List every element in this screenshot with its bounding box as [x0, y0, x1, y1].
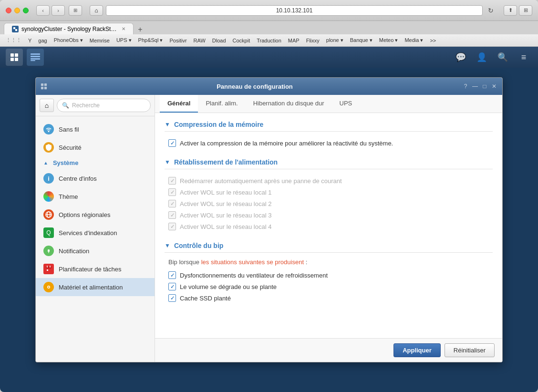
close-traffic-light[interactable]: [6, 8, 11, 13]
bookmark-gag[interactable]: gag: [36, 37, 49, 44]
bookmark-banque[interactable]: Banque: [348, 36, 374, 44]
bookmark-raw[interactable]: RAW: [192, 37, 207, 44]
dsm-taskbar: 💬 👤 🔍 ≡: [0, 47, 538, 68]
bookmark-dload[interactable]: Dload: [210, 37, 228, 44]
bookmark-cockpit[interactable]: Cockpit: [231, 37, 252, 44]
bookmark-phpsql[interactable]: Php&Sql: [136, 36, 165, 44]
svg-rect-13: [44, 87, 47, 89]
beep-row-2: Cache SSD planté: [168, 292, 493, 304]
svg-rect-8: [31, 58, 40, 60]
sidebar-item-theme[interactable]: Thème: [36, 187, 155, 206]
sidebar-item-indexation[interactable]: Q Services d'indexation: [36, 224, 155, 242]
dsm-shell: 💬 👤 🔍 ≡: [0, 47, 538, 392]
sidebar-label-indexation: Services d'indexation: [59, 229, 117, 237]
beep-label-0: Dysfonctionnements du ventilateur de ref…: [180, 272, 328, 279]
compression-checkbox-row: Activer la compression de la mémoire pou…: [168, 137, 493, 149]
user-icon[interactable]: 👤: [473, 49, 490, 66]
new-tab-plus-button[interactable]: +: [135, 25, 145, 34]
svg-rect-10: [41, 83, 43, 86]
sidebar: ⌂ 🔍 Recherche: [36, 95, 155, 362]
bookmark-y[interactable]: Y: [26, 37, 33, 44]
bookmark-positivr[interactable]: Positivr: [167, 37, 188, 44]
bookmark-media[interactable]: Media: [403, 36, 425, 44]
fullscreen-traffic-light[interactable]: [23, 8, 29, 13]
reset-button[interactable]: Réinitialiser: [445, 343, 495, 357]
beep-checkbox-2[interactable]: [168, 294, 176, 302]
power-toggle[interactable]: ▼: [165, 159, 170, 165]
svg-point-28: [48, 287, 50, 288]
sidebar-item-regional[interactable]: Options régionales: [36, 206, 155, 224]
beep-checkbox-0[interactable]: [168, 271, 176, 279]
browser-tab[interactable]: synologyCluster - Synology RackStation ✕: [4, 23, 134, 34]
power-checkbox-3: [168, 211, 176, 219]
apply-button[interactable]: Appliquer: [393, 343, 441, 357]
bookmark-memrise[interactable]: Memrise: [88, 37, 112, 44]
sidebar-item-materiel[interactable]: Matériel et alimentation: [36, 278, 155, 296]
tab-planif-alim[interactable]: Planif. alim.: [198, 95, 245, 113]
beep-toggle[interactable]: ▼: [165, 242, 170, 249]
bookmark-meteo[interactable]: Meteo: [377, 36, 400, 44]
svg-rect-1: [15, 29, 17, 31]
reload-button[interactable]: ↻: [486, 5, 496, 16]
sidebar-item-wifi[interactable]: Sans fil: [36, 120, 155, 138]
dsm-logo[interactable]: [6, 49, 23, 66]
tab-hibernation[interactable]: Hibernation du disque dur: [246, 95, 332, 113]
minimize-traffic-light[interactable]: [14, 8, 20, 13]
sidebar-item-notification[interactable]: Notification: [36, 242, 155, 260]
sidebar-section-systeme[interactable]: ▲ Système: [36, 156, 155, 169]
bookmark-flixxy[interactable]: Flixxy: [304, 37, 321, 44]
power-label-2: Activer WOL sur le réseau local 2: [180, 200, 271, 207]
beep-checkbox-1[interactable]: [168, 283, 176, 290]
beep-desc-suffix: :: [304, 258, 307, 266]
bookmark-more[interactable]: >>: [428, 37, 438, 44]
compression-checkbox[interactable]: [168, 139, 176, 147]
svg-rect-11: [44, 83, 47, 86]
browser-actions: ⬆ ⊞: [504, 5, 532, 16]
tab-ups[interactable]: UPS: [332, 95, 360, 113]
bookmark-map[interactable]: MAP: [286, 37, 301, 44]
sidebar-item-security[interactable]: Sécurité: [36, 138, 155, 156]
share-button[interactable]: ⬆: [504, 5, 517, 16]
sidebar-search-box[interactable]: 🔍 Recherche: [57, 99, 151, 112]
tabs-bar: Général Planif. alim. Hibernation du dis…: [155, 95, 502, 113]
window-maximize-button[interactable]: □: [481, 83, 488, 90]
power-row-0: Redémarrer automatiquement après une pan…: [168, 175, 493, 186]
window-minimize-button[interactable]: —: [472, 83, 478, 90]
window-mode-button[interactable]: ⊞: [69, 5, 82, 16]
sidebar-item-planificateur[interactable]: Planificateur de tâches: [36, 260, 155, 278]
power-row-2: Activer WOL sur le réseau local 2: [168, 198, 493, 209]
bookmark-plone[interactable]: plone: [324, 36, 345, 44]
bookmarks-bar: ⋮⋮⋮ Y gag PhoneObs Memrise UPS Php&Sql P…: [0, 34, 538, 47]
section-compression: ▼ Compression de la mémoire Activer la c…: [165, 121, 493, 149]
window-icon: [41, 83, 47, 90]
beep-content: Bip lorsque les situations suivantes se …: [165, 258, 493, 304]
planner-icon: [43, 264, 54, 274]
content-area: ▼ Compression de la mémoire Activer la c…: [155, 113, 502, 338]
sidebar-item-centreinfos[interactable]: i Centre d'infos: [36, 169, 155, 187]
home-button[interactable]: ⌂: [90, 5, 103, 16]
address-bar[interactable]: 10.10.132.101: [106, 5, 483, 16]
bookmark-traduction[interactable]: Traduction: [255, 37, 283, 44]
svg-rect-22: [46, 267, 52, 268]
back-button[interactable]: ‹: [36, 5, 50, 16]
control-panel-taskbar-icon[interactable]: [27, 49, 44, 66]
window-close-button[interactable]: ✕: [491, 83, 497, 90]
new-tab-button[interactable]: ⊞: [519, 5, 532, 16]
tab-close-button[interactable]: ✕: [122, 26, 125, 31]
sidebar-nav: Sans fil Sécurité ▲: [36, 116, 155, 362]
tab-general[interactable]: Général: [160, 95, 198, 113]
messages-icon[interactable]: 💬: [452, 49, 469, 66]
power-label-4: Activer WOL sur le réseau local 4: [180, 223, 271, 230]
window-title: Panneau de configuration: [47, 83, 462, 90]
bookmark-ups[interactable]: UPS: [114, 36, 134, 44]
svg-rect-5: [15, 58, 18, 61]
compression-toggle[interactable]: ▼: [165, 121, 170, 128]
options-icon[interactable]: ≡: [515, 49, 532, 66]
window-help-button[interactable]: ?: [462, 83, 469, 90]
bookmark-grid[interactable]: ⋮⋮⋮: [4, 36, 23, 44]
sidebar-home-button[interactable]: ⌂: [40, 99, 54, 112]
search-icon[interactable]: 🔍: [494, 49, 511, 66]
bookmark-phoneobs[interactable]: PhoneObs: [52, 36, 85, 44]
window-controls: ? — □ ✕: [462, 83, 497, 90]
forward-button[interactable]: ›: [52, 5, 65, 16]
